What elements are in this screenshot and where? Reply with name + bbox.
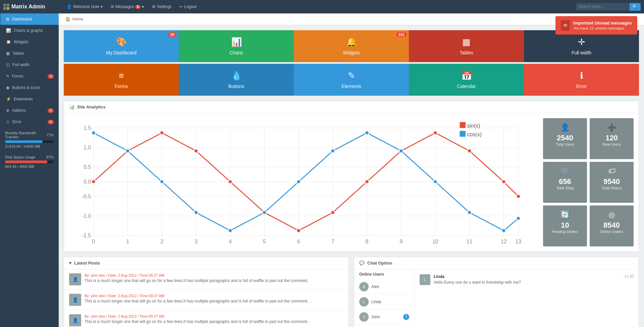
sidebar-item-buttons[interactable]: ◉ Buttons & icons <box>0 82 59 93</box>
new-users-label: New Users <box>593 142 630 146</box>
tile-dashboard[interactable]: 20 🎨 My Dashboard <box>64 30 179 62</box>
tile-tables[interactable]: ▦ Tables <box>409 30 524 62</box>
chat-msg-header: Linda - 11:30 <box>434 274 634 279</box>
svg-point-66 <box>433 180 437 184</box>
user-menu[interactable]: 👤 Welcome User ▾ <box>63 3 106 10</box>
tile-error[interactable]: ℹ Error <box>524 64 639 96</box>
user-list-item-alex[interactable]: A Alex <box>354 279 414 294</box>
stat-total-orders[interactable]: 🏷 9540 Total Orders <box>590 162 634 203</box>
total-shop-num: 656 <box>546 177 584 186</box>
messages-label: Messages <box>115 4 134 9</box>
sidebar-label: Tables <box>12 51 24 56</box>
post-item: 👤 By: john deo / Date: 2 Aug 2012 / Time… <box>64 290 348 310</box>
online-label: Online Users <box>354 269 414 279</box>
search-input[interactable] <box>576 3 630 10</box>
sidebar-label: Forms <box>12 74 23 79</box>
sidebar-item-tables[interactable]: ▦ Tables <box>0 48 59 59</box>
user-list-item-john[interactable]: J John 3 <box>354 310 414 325</box>
svg-text:1: 1 <box>126 239 129 244</box>
tile-calendar[interactable]: 📅 Calendar <box>409 64 524 96</box>
tables-icon: ▦ <box>6 51 10 56</box>
error-badge: 4 <box>48 120 54 124</box>
tile-buttons[interactable]: 💧 Buttons <box>179 64 294 96</box>
sidebar-item-widgets[interactable]: 🔲 Widgets <box>0 36 59 48</box>
tile-widgets[interactable]: 101 🔔 Widgets <box>294 30 409 62</box>
tile-elements[interactable]: ✎ Elements <box>294 64 409 96</box>
stat-online-orders[interactable]: ◎ 8540 Online Orders <box>590 205 634 246</box>
dashboard-icon: ⊞ <box>6 17 9 21</box>
bandwidth-progress-track <box>5 140 54 143</box>
sidebar-label: Charts & graphs <box>14 28 43 33</box>
sidebar-item-dashboard[interactable]: ⊞ Dashboard <box>0 13 59 25</box>
svg-text:0: 0 <box>92 239 95 244</box>
logout-menu[interactable]: ↩ Logout <box>176 3 200 10</box>
chat-panel: 💬 Chat Option Online Users A Alex L Lind… <box>354 257 639 327</box>
stat-new-users[interactable]: ➕ 120 New Users <box>590 118 634 159</box>
latest-posts-body: 👤 By: john deo / Date: 2 Aug 2012 / Time… <box>64 269 348 327</box>
svg-point-67 <box>468 211 472 215</box>
tile-charts[interactable]: 📊 Charts <box>179 30 294 62</box>
tile-fullwidth[interactable]: ✛ Full width <box>524 30 639 62</box>
sidebar: ⊞ Dashboard 📊 Charts & graphs 🔲 Widgets … <box>0 13 59 327</box>
elements-icon: ⚡ <box>6 97 11 101</box>
logo-icon <box>3 4 9 10</box>
user-label: Welcome User <box>73 4 99 9</box>
tile-row-2: ≡ Forms 💧 Buttons ✎ Elements 📅 Calendar … <box>64 64 639 96</box>
logout-label: Logout <box>184 4 197 9</box>
search-button[interactable]: 🔍 <box>630 3 641 11</box>
sidebar-label: Error <box>12 120 21 124</box>
disk-section: Disk Space Usage 87% 604.44 / 4000 MB <box>0 152 59 172</box>
stat-pending-orders[interactable]: 🔄 10 Pending Orders <box>543 205 587 246</box>
sidebar-item-error[interactable]: ⚠ Error 4 <box>0 116 59 128</box>
sidebar-item-addons[interactable]: ⊕ Addons 5 <box>0 105 59 116</box>
home-icon: 🏠 <box>65 17 70 21</box>
sidebar-item-elements[interactable]: ⚡ Eelements <box>0 93 59 105</box>
gear-icon: ⚙ <box>152 4 156 9</box>
post-avatar: 👤 <box>69 314 81 326</box>
tile-forms[interactable]: ≡ Forms <box>64 64 179 96</box>
post-meta: By: john deo / Date: 2 Aug 2012 / Time:0… <box>85 273 308 277</box>
latest-posts-panel: ▾ Latest Posts 👤 By: john deo / Date: 2 … <box>64 257 349 327</box>
stat-total-shop[interactable]: 🛒 656 Total Shop <box>543 162 587 203</box>
layout: ⊞ Dashboard 📊 Charts & graphs 🔲 Widgets … <box>0 13 644 327</box>
bandwidth-value: 21419.94 / 14000 MB <box>5 144 54 148</box>
toast-notification[interactable]: ✉ Important Unread messages You have 12 … <box>555 16 637 35</box>
svg-text:sin(x): sin(x) <box>467 123 480 129</box>
svg-point-64 <box>365 131 369 135</box>
sidebar-item-fullwidth[interactable]: ◫ Full width <box>0 59 59 71</box>
widgets-tile-icon: 🔔 <box>346 37 357 47</box>
disk-progress-fill <box>5 160 47 163</box>
stat-total-users[interactable]: 👤 2540 Total Users <box>543 118 587 159</box>
sidebar-item-charts[interactable]: 📊 Charts & graphs <box>0 25 59 36</box>
chart-area: 1.5 1.0 0.5 0.0 -0.5 -1.0 -1.5 0 1 <box>64 113 538 251</box>
svg-point-54 <box>502 180 506 184</box>
svg-text:11: 11 <box>467 239 473 244</box>
breadcrumb-home[interactable]: Home <box>72 17 83 21</box>
messages-menu[interactable]: ✉ Messages 5 ▾ <box>107 3 147 10</box>
user-list-item-linda[interactable]: L Linda <box>354 294 414 310</box>
svg-point-42 <box>92 180 96 184</box>
chat-msg-content: Linda - 11:30 Hello Every one do u want … <box>434 274 634 285</box>
tile-row-1: 20 🎨 My Dashboard 📊 Charts 101 🔔 Widgets… <box>64 30 639 62</box>
post-text: This is a much longer one that will go o… <box>85 319 308 324</box>
settings-menu[interactable]: ⚙ Settings <box>149 3 175 10</box>
sidebar-label: Buttons & icons <box>12 85 40 90</box>
total-users-num: 2540 <box>546 134 584 142</box>
total-users-label: Total Users <box>546 142 584 146</box>
chevron-down-icon: ▾ <box>142 4 144 9</box>
svg-point-60 <box>228 229 232 233</box>
sidebar-label: Dashboard <box>12 17 32 21</box>
chat-body: Online Users A Alex L Linda J John 3 <box>354 269 639 325</box>
forms-badge: 3 <box>48 74 54 79</box>
online-orders-num: 8540 <box>593 221 630 230</box>
svg-text:3: 3 <box>195 239 198 244</box>
analytics-body: 1.5 1.0 0.5 0.0 -0.5 -1.0 -1.5 0 1 <box>64 113 639 251</box>
user-avatar: A <box>359 282 369 291</box>
chat-header: 💬 Chat Option <box>354 257 639 269</box>
post-content: By: john deo / Date: 2 Aug 2012 / Time:0… <box>85 273 308 285</box>
sidebar-item-forms[interactable]: ✎ Forms 3 <box>0 71 59 82</box>
svg-point-58 <box>160 180 164 184</box>
total-shop-label: Total Shop <box>546 186 584 190</box>
online-users-section: Online Users A Alex L Linda J John 3 <box>354 269 415 325</box>
fullwidth-icon: ◫ <box>6 62 10 67</box>
